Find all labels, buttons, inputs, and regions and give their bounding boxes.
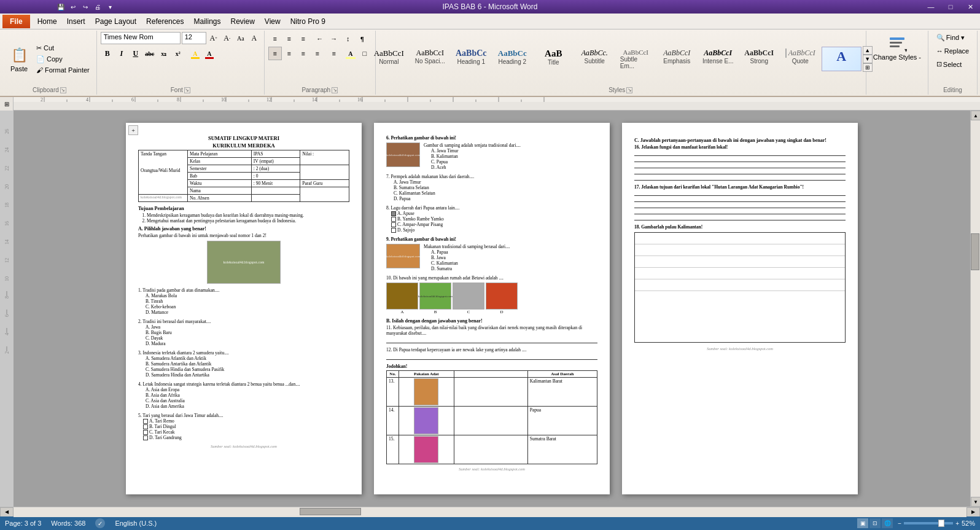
text-highlight-btn[interactable]: A bbox=[189, 47, 202, 60]
replace-button[interactable]: ↔ Replace bbox=[933, 45, 972, 57]
menu-file[interactable]: File bbox=[2, 15, 30, 28]
clipboard-expander[interactable]: ↘ bbox=[60, 87, 66, 93]
zoom-out-btn[interactable]: − bbox=[898, 520, 901, 527]
find-button[interactable]: 🔍 Find ▾ bbox=[933, 32, 968, 44]
undo-qa-btn[interactable]: ↩ bbox=[68, 1, 79, 12]
paste-icon: 📋 bbox=[9, 45, 29, 65]
grow-font-btn[interactable]: A+ bbox=[208, 32, 220, 44]
add-content-btn[interactable]: + bbox=[128, 125, 138, 135]
menu-home[interactable]: Home bbox=[33, 15, 62, 28]
clear-format-btn[interactable]: A bbox=[248, 32, 260, 44]
numbering-btn[interactable]: ≡ bbox=[282, 32, 296, 45]
bullets-btn[interactable]: ≡ bbox=[268, 32, 282, 45]
align-left-btn[interactable]: ≡ bbox=[268, 47, 282, 60]
q11-block: 11. Kebiasaan, perilaku, dan nilai-nilai… bbox=[386, 325, 597, 343]
format-painter-label: Format Painter bbox=[45, 66, 90, 74]
font-size-select[interactable]: 12 bbox=[182, 32, 206, 44]
zoom-slider[interactable] bbox=[904, 522, 953, 524]
paste-label: Paste bbox=[10, 65, 28, 72]
sort-btn[interactable]: ↕ bbox=[341, 32, 355, 45]
underline-button[interactable]: U bbox=[129, 47, 142, 60]
save-qa-btn[interactable]: 💾 bbox=[55, 1, 66, 12]
style-subtle-em[interactable]: AaBbCcI Subtle Em... bbox=[616, 47, 656, 71]
align-center-btn[interactable]: ≡ bbox=[282, 47, 296, 60]
ribbon-content: 📋 Paste ✂ Cut 📄 Copy 🖌 Format Painter bbox=[0, 29, 980, 96]
style-h2[interactable]: AaBbCc Heading 2 bbox=[492, 47, 532, 71]
change-styles-button[interactable]: ▾ Change Styles - bbox=[870, 32, 924, 63]
menu-mailings[interactable]: Mailings bbox=[189, 15, 225, 28]
style-subtle-em-label: Subtle Em... bbox=[620, 56, 651, 69]
style-subtitle[interactable]: AaBbCc. Subtitle bbox=[575, 47, 615, 71]
style-nospace[interactable]: AaBbCcI No Spaci... bbox=[410, 47, 450, 71]
decrease-indent-btn[interactable]: ← bbox=[313, 32, 327, 45]
styles-expander[interactable]: ↘ bbox=[626, 87, 632, 93]
h-scroll-thumb[interactable] bbox=[300, 508, 361, 515]
menu-view[interactable]: View bbox=[260, 15, 286, 28]
paste-button[interactable]: 📋 Paste bbox=[6, 44, 32, 74]
svg-text:8: 8 bbox=[177, 97, 179, 103]
superscript-button[interactable]: x² bbox=[171, 47, 185, 60]
q2-opt-c: C. Dayak bbox=[138, 335, 349, 341]
menu-references[interactable]: References bbox=[141, 15, 189, 28]
style-emphasis[interactable]: AaBbCcI Emphasis bbox=[657, 47, 697, 71]
minimize-btn[interactable]: — bbox=[921, 0, 941, 14]
increase-indent-btn[interactable]: → bbox=[327, 32, 341, 45]
shrink-font-btn[interactable]: A- bbox=[221, 32, 233, 44]
style-intense-e[interactable]: AaBbCcI Intense E... bbox=[698, 47, 738, 71]
menu-insert[interactable]: Insert bbox=[62, 15, 90, 28]
select-button[interactable]: ⊡ Select bbox=[933, 58, 965, 70]
line-spacing-btn[interactable]: ≡ bbox=[327, 47, 341, 60]
font-name-select[interactable]: Times New Rom bbox=[101, 32, 181, 44]
quick-access-toolbar[interactable]: 💾 ↩ ↪ 🖨 ▾ bbox=[55, 0, 115, 14]
subscript-button[interactable]: x₂ bbox=[157, 47, 171, 60]
font-expander[interactable]: ↘ bbox=[184, 87, 190, 93]
style-quote[interactable]: AaBbCcI Quote bbox=[780, 47, 820, 71]
style-h1-label: Heading 1 bbox=[457, 58, 485, 65]
format-painter-button[interactable]: 🖌 Format Painter bbox=[33, 65, 93, 75]
change-case-btn[interactable]: Aa bbox=[235, 32, 247, 44]
maximize-btn[interactable]: □ bbox=[941, 0, 960, 14]
q7-text: 7. Permpek adalah makanan khas dari daer… bbox=[386, 174, 597, 179]
strikethrough-button[interactable]: abc bbox=[143, 47, 157, 60]
shading-btn[interactable]: A bbox=[344, 47, 357, 60]
h-scroll-right-btn[interactable]: ▶ bbox=[966, 507, 980, 517]
style-bigaa[interactable]: A bbox=[822, 47, 861, 71]
redo-qa-btn[interactable]: ↪ bbox=[80, 1, 91, 12]
scroll-thumb[interactable] bbox=[971, 233, 979, 270]
copy-button[interactable]: 📄 Copy bbox=[33, 54, 93, 64]
style-strong[interactable]: AaBbCcI Strong bbox=[739, 47, 779, 71]
doc-scroll-area[interactable]: + SUMATIF LINGKUP MATERI KURIKULUM MERDE… bbox=[14, 111, 970, 507]
style-h1[interactable]: AaBbCc Heading 1 bbox=[451, 47, 491, 71]
menu-nitro[interactable]: Nitro Pro 9 bbox=[286, 15, 330, 28]
print-layout-btn[interactable]: ▣ bbox=[857, 518, 868, 528]
zoom-thumb[interactable] bbox=[938, 520, 944, 527]
scroll-up-btn[interactable]: ▲ bbox=[971, 111, 980, 120]
q3-opt-b: B. Samudera Antartika dan Atlantik bbox=[138, 361, 349, 367]
italic-button[interactable]: I bbox=[115, 47, 128, 60]
close-btn[interactable]: ✕ bbox=[960, 0, 980, 14]
align-right-btn[interactable]: ≡ bbox=[297, 47, 310, 60]
qa-dropdown[interactable]: ▾ bbox=[104, 1, 115, 12]
menu-page-layout[interactable]: Page Layout bbox=[90, 15, 141, 28]
fullscreen-btn[interactable]: ⊡ bbox=[869, 518, 881, 528]
style-quote-preview: AaBbCcI bbox=[785, 49, 815, 58]
bold-button[interactable]: B bbox=[101, 47, 114, 60]
scroll-down-btn[interactable]: ▼ bbox=[971, 497, 980, 507]
q5-opt-d: D. Tari Gandrung bbox=[138, 435, 349, 440]
font-color-btn[interactable]: A bbox=[203, 47, 216, 60]
style-normal[interactable]: AaBbCcI Normal bbox=[369, 47, 409, 71]
justify-btn[interactable]: ≡ bbox=[311, 47, 324, 60]
proofing-icon[interactable]: ✓ bbox=[95, 518, 105, 528]
q4-opt-d: D. Asia dan Amerika bbox=[138, 403, 349, 409]
para-expander[interactable]: ↘ bbox=[332, 87, 338, 93]
h-scroll-left-btn[interactable]: ◀ bbox=[0, 507, 14, 517]
menu-review[interactable]: Review bbox=[225, 15, 259, 28]
style-title[interactable]: AaB Title bbox=[534, 47, 574, 71]
multilevel-btn[interactable]: ≡ bbox=[297, 32, 310, 45]
svg-text:22: 22 bbox=[4, 166, 10, 171]
print-qa-btn[interactable]: 🖨 bbox=[92, 1, 103, 12]
web-layout-btn[interactable]: 🌐 bbox=[882, 518, 893, 528]
zoom-in-btn[interactable]: + bbox=[955, 520, 959, 527]
show-para-btn[interactable]: ¶ bbox=[356, 32, 369, 45]
cut-button[interactable]: ✂ Cut bbox=[33, 43, 93, 53]
